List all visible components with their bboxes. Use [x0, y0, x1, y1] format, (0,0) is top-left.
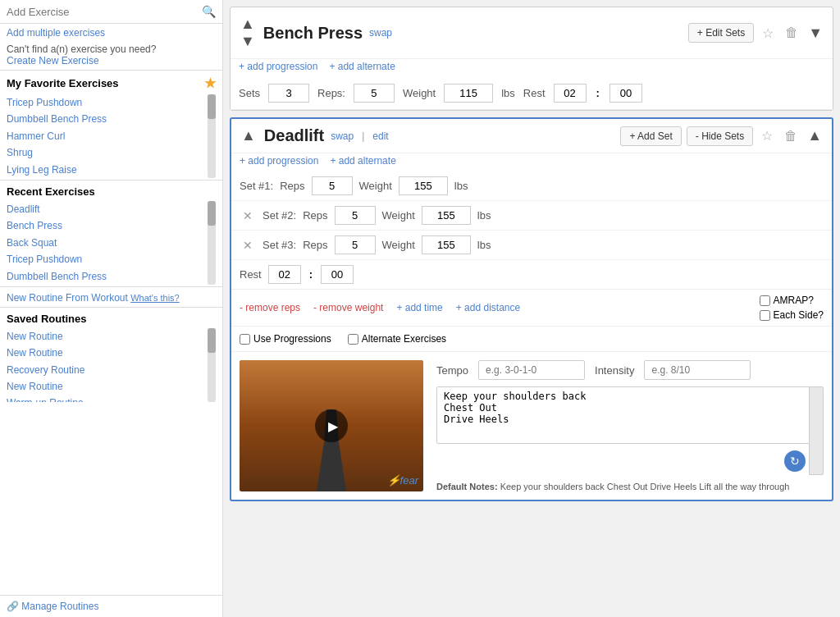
create-new-exercise-link[interactable]: Create New Exercise [7, 55, 216, 66]
intensity-label: Intensity [595, 364, 634, 377]
list-item[interactable]: New Routine [7, 328, 216, 345]
whats-this-link[interactable]: What's this? [130, 293, 180, 303]
set1-lbs-label: lbs [454, 180, 468, 192]
weight-input[interactable] [444, 84, 493, 103]
remove-weight-link[interactable]: - remove weight [313, 302, 383, 313]
set1-weight-label: Weight [359, 180, 392, 192]
deadlift-rest-label: Rest [240, 268, 262, 281]
list-item[interactable]: Tricep Pushdown [7, 251, 216, 267]
recent-title: Recent Exercises [7, 185, 95, 198]
action-links-row: - remove reps - remove weight + add time… [231, 290, 832, 327]
bench-add-progression-link[interactable]: + add progression [239, 61, 317, 72]
notes-section: Tempo Intensity Keep your shoulders back… [436, 360, 824, 491]
notes-scrollbar[interactable] [809, 386, 824, 475]
set1-weight-input[interactable] [399, 176, 448, 195]
add-multiple-row: Add multiple exercises [0, 24, 222, 42]
alternate-exercises-label[interactable]: Alternate Exercises [348, 333, 446, 345]
use-progressions-label[interactable]: Use Progressions [240, 333, 331, 345]
collapse-deadlift-icon[interactable]: ▲ [240, 126, 258, 146]
list-item[interactable]: Hammer Curl [7, 128, 216, 144]
remove-reps-link[interactable]: - remove reps [240, 302, 300, 313]
bench-add-alternate-link[interactable]: + add alternate [329, 61, 395, 72]
rest-min-input[interactable] [554, 84, 587, 103]
set3-reps-label: Reps [303, 239, 327, 251]
deadlift-swap-link[interactable]: swap [331, 130, 354, 142]
add-distance-link[interactable]: + add distance [456, 302, 520, 313]
tempo-input[interactable] [478, 360, 585, 380]
set3-weight-input[interactable] [422, 235, 471, 254]
scroll-handle[interactable] [208, 94, 216, 178]
collapse-bench-icon[interactable]: ▲▼ [239, 14, 257, 52]
deadlift-title: Deadlift [264, 126, 324, 145]
add-set-button[interactable]: + Add Set [620, 126, 681, 146]
use-progressions-checkbox[interactable] [240, 334, 250, 345]
add-multiple-link[interactable]: Add multiple exercises [7, 27, 105, 39]
list-item[interactable]: Recovery Routine [7, 362, 216, 378]
list-item[interactable]: Shrug [7, 144, 216, 161]
intensity-input[interactable] [644, 360, 751, 380]
list-item[interactable]: Back Squat [7, 235, 216, 251]
video-notes-row: ⚡fear Tempo Intensity Keep your shoulder… [231, 352, 832, 500]
reps-input[interactable] [354, 84, 395, 103]
sets-label: Sets [239, 87, 260, 99]
delete-deadlift-button[interactable]: 🗑 [781, 127, 801, 145]
deadlift-sublinks: + add progression + add alternate [231, 153, 832, 171]
remove-set2-button[interactable]: ✕ [240, 209, 256, 222]
hide-sets-button[interactable]: - Hide Sets [687, 126, 753, 146]
alternate-exercises-checkbox[interactable] [348, 334, 358, 345]
search-input[interactable] [7, 6, 197, 18]
remove-set3-button[interactable]: ✕ [240, 239, 256, 252]
list-item[interactable]: Dumbbell Bench Press [7, 268, 216, 285]
deadlift-rest-colon: : [309, 268, 313, 281]
favorites-title: My Favorite Exercises [7, 77, 119, 89]
list-item[interactable]: New Routine [7, 378, 216, 395]
list-item[interactable]: Warm-up Routine [7, 395, 216, 401]
manage-routines-link[interactable]: 🔗 Manage Routines [7, 601, 98, 612]
add-time-link[interactable]: + add time [396, 302, 442, 313]
cant-find-text: Can't find a(n) exercise you need? [7, 43, 156, 55]
amrap-label[interactable]: AMRAP? [760, 295, 824, 306]
set1-reps-input[interactable] [312, 176, 353, 195]
favorite-bench-button[interactable]: ☆ [759, 24, 777, 43]
notes-textarea[interactable]: Keep your shoulders back Chest Out Drive… [436, 386, 824, 444]
deadlift-rest-sec-input[interactable] [321, 265, 354, 284]
lbs-label: lbs [501, 87, 515, 99]
set3-reps-input[interactable] [335, 235, 376, 254]
list-item[interactable]: Dumbbell Bench Press [7, 111, 216, 127]
list-item[interactable]: New Routine [7, 345, 216, 361]
deadlift-add-alternate-link[interactable]: + add alternate [330, 155, 395, 167]
deadlift-add-progression-link[interactable]: + add progression [240, 155, 318, 167]
list-item[interactable]: Lying Leg Raise [7, 162, 216, 178]
play-button[interactable] [315, 409, 348, 442]
scroll-handle[interactable] [208, 328, 216, 402]
each-side-checkbox[interactable] [760, 310, 770, 321]
set2-reps-input[interactable] [335, 206, 376, 225]
favorites-header: My Favorite Exercises ★ [7, 75, 216, 91]
list-item[interactable]: Deadlift [7, 201, 216, 217]
video-thumbnail[interactable]: ⚡fear [240, 360, 423, 491]
sets-input[interactable] [268, 84, 309, 103]
amrap-checkbox[interactable] [760, 295, 770, 306]
scroll-handle[interactable] [208, 201, 216, 285]
list-item[interactable]: Bench Press [7, 217, 216, 234]
set2-weight-input[interactable] [422, 206, 471, 225]
bench-press-swap-link[interactable]: swap [369, 27, 392, 39]
new-routine-from-workout-link[interactable]: New Routine From Workout [7, 292, 128, 304]
default-notes: Default Notes: Keep your shoulders back … [436, 482, 824, 491]
main-content: ▲▼ Bench Press swap + Edit Sets ☆ 🗑 ▼ + … [223, 0, 840, 617]
notes-send-button[interactable]: ↻ [784, 450, 806, 472]
favorite-deadlift-button[interactable]: ☆ [758, 126, 776, 145]
delete-bench-button[interactable]: 🗑 [782, 24, 801, 42]
set2-weight-label: Weight [382, 209, 415, 222]
progressions-row: Use Progressions Alternate Exercises [231, 327, 832, 352]
chevron-down-bench-icon[interactable]: ▼ [806, 23, 824, 43]
saved-routines-section: Saved Routines New Routine New Routine R… [0, 307, 222, 404]
rest-sec-input[interactable] [609, 84, 642, 103]
deadlift-edit-link[interactable]: edit [372, 130, 388, 142]
set2-row: ✕ Set #2: Reps Weight lbs [231, 201, 832, 231]
deadlift-rest-min-input[interactable] [268, 265, 301, 284]
list-item[interactable]: Tricep Pushdown [7, 94, 216, 111]
each-side-label[interactable]: Each Side? [760, 309, 824, 321]
chevron-up-deadlift-icon[interactable]: ▲ [806, 126, 824, 146]
edit-sets-button[interactable]: + Edit Sets [688, 23, 754, 43]
